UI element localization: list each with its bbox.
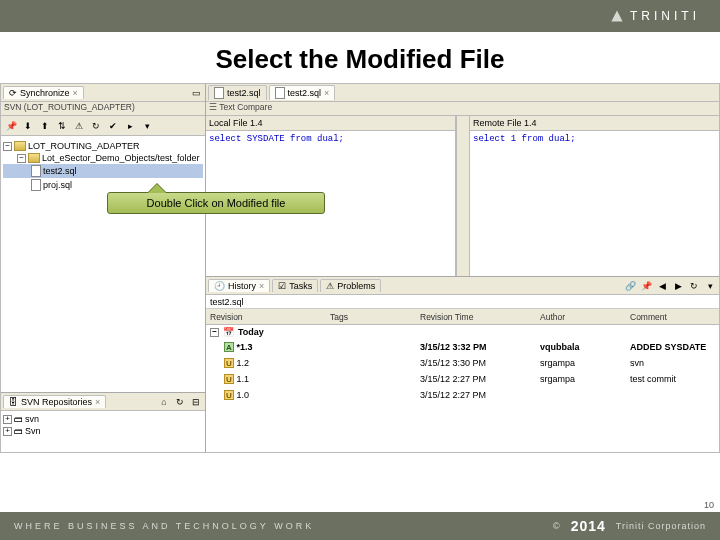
repos-tab-row: 🗄 SVN Repositories × ⌂ ↻ ⊟ <box>1 393 205 411</box>
tab-tasks-label: Tasks <box>289 281 312 291</box>
remote-pane: Remote File 1.4 select 1 from dual; <box>470 116 719 276</box>
project-icon <box>14 141 26 151</box>
ide-window: ⟳ Synchronize × ▭ SVN (LOT_ROUTING_ADAPT… <box>0 83 720 453</box>
footer-year: 2014 <box>571 518 606 534</box>
repo-item[interactable]: + 🗃 svn <box>3 413 203 425</box>
callout-double-click: Double Click on Modified file <box>107 192 325 214</box>
footer-corp: Triniti Corporation <box>616 521 706 531</box>
db-icon: 🗃 <box>14 414 23 424</box>
incoming-icon[interactable]: ⬇ <box>21 119 35 133</box>
twisty-plus-icon[interactable]: + <box>3 427 12 436</box>
pin-icon[interactable]: 📌 <box>639 279 653 293</box>
tree-file1-label: test2.sql <box>43 166 77 176</box>
twisty-minus-icon[interactable]: − <box>210 328 219 337</box>
history-group-today[interactable]: − 📅 Today <box>206 325 719 339</box>
collapse-all-icon[interactable]: ⊟ <box>189 395 203 409</box>
callout-text: Double Click on Modified file <box>147 197 286 209</box>
repo-item2-label: Svn <box>25 426 41 436</box>
tab-problems-label: Problems <box>337 281 375 291</box>
conflicts-icon[interactable]: ⚠ <box>72 119 86 133</box>
compare-gutter <box>456 116 470 276</box>
sync-tab-row: ⟳ Synchronize × ▭ <box>1 84 205 102</box>
minimize-icon[interactable]: ▭ <box>189 86 203 100</box>
expand-icon[interactable]: ▸ <box>123 119 137 133</box>
view-menu-icons: ▭ <box>189 86 203 100</box>
close-icon[interactable]: × <box>259 281 264 291</box>
compare-title: ☰ Text Compare <box>206 102 719 116</box>
tree-root[interactable]: − LOT_ROUTING_ADAPTER <box>3 140 203 152</box>
tree-root-label: LOT_ROUTING_ADAPTER <box>28 141 140 151</box>
tab-editor2-label: test2.sql <box>288 88 322 98</box>
file-icon <box>31 165 41 177</box>
nav-fwd-icon[interactable]: ▶ <box>671 279 685 293</box>
history-icon: 🕘 <box>214 281 225 291</box>
refresh-icon[interactable]: ↻ <box>687 279 701 293</box>
triangle-icon <box>610 9 624 23</box>
compare-title-label: Text Compare <box>219 102 272 112</box>
tree-file2-label: proj.sql <box>43 180 72 190</box>
repos-pane: 🗄 SVN Repositories × ⌂ ↻ ⊟ + 🗃 svn + <box>1 392 205 452</box>
close-icon[interactable]: × <box>95 397 100 407</box>
tree-file[interactable]: proj.sql <box>3 178 203 192</box>
history-header: Revision Tags Revision Time Author Comme… <box>206 309 719 325</box>
calendar-icon: 📅 <box>223 327 234 337</box>
update-icon[interactable]: ↻ <box>89 119 103 133</box>
compare-icon: ☰ <box>209 102 217 112</box>
remote-sql-text[interactable]: select 1 from dual; <box>470 131 719 276</box>
commit-icon[interactable]: ✔ <box>106 119 120 133</box>
col-author[interactable]: Author <box>536 312 626 322</box>
home-icon[interactable]: ⌂ <box>157 395 171 409</box>
refresh-icon[interactable]: ↻ <box>173 395 187 409</box>
both-icon[interactable]: ⇅ <box>55 119 69 133</box>
brand-band: TRINITI <box>0 0 720 32</box>
tab-svn-repositories[interactable]: 🗄 SVN Repositories × <box>3 395 106 408</box>
close-icon[interactable]: × <box>73 88 78 98</box>
history-row[interactable]: A *1.33/15/12 3:32 PMvqubbalaADDED SYSDA… <box>206 339 719 355</box>
svg-marker-0 <box>611 10 622 21</box>
collapse-icon[interactable]: ▾ <box>140 119 154 133</box>
tasks-icon: ☑ <box>278 281 286 291</box>
tab-synchronize[interactable]: ⟳ Synchronize × <box>3 86 84 99</box>
slide-title: Select the Modified File <box>0 32 720 83</box>
repo-item[interactable]: + 🗃 Svn <box>3 425 203 437</box>
col-time[interactable]: Revision Time <box>416 312 536 322</box>
tree-file-modified[interactable]: test2.sql <box>3 164 203 178</box>
history-row[interactable]: U 1.23/15/12 3:30 PMsrgampasvn <box>206 355 719 371</box>
footer-band: WHERE BUSINESS AND TECHNOLOGY WORK © 201… <box>0 512 720 540</box>
history-row[interactable]: U 1.13/15/12 2:27 PMsrgampatest commit <box>206 371 719 387</box>
history-table: Revision Tags Revision Time Author Comme… <box>206 309 719 452</box>
nav-back-icon[interactable]: ◀ <box>655 279 669 293</box>
twisty-minus-icon[interactable]: − <box>3 142 12 151</box>
footer-tagline: WHERE BUSINESS AND TECHNOLOGY WORK <box>14 521 314 531</box>
rev-status-icon: A <box>224 342 234 352</box>
history-row[interactable]: U 1.03/15/12 2:27 PM <box>206 387 719 403</box>
col-tags[interactable]: Tags <box>326 312 416 322</box>
folder-icon <box>28 153 40 163</box>
tab-synchronize-label: Synchronize <box>20 88 70 98</box>
history-pane: 🕘 History × ☑ Tasks ⚠ Problems 🔗 📌 ◀ ▶ <box>206 276 719 452</box>
rev-status-icon: U <box>224 390 234 400</box>
tab-editor-1[interactable]: test2.sql <box>208 85 267 100</box>
col-comment[interactable]: Comment <box>626 312 719 322</box>
history-group-label: Today <box>238 327 264 337</box>
tab-history[interactable]: 🕘 History × <box>208 279 270 292</box>
tab-editor-2[interactable]: test2.sql × <box>269 85 336 100</box>
tree-folder-label: Lot_eSector_Demo_Objects/test_folder <box>42 153 200 163</box>
tree-folder[interactable]: − Lot_eSector_Demo_Objects/test_folder <box>3 152 203 164</box>
tab-tasks[interactable]: ☑ Tasks <box>272 279 318 292</box>
tab-svn-repos-label: SVN Repositories <box>21 397 92 407</box>
col-revision[interactable]: Revision <box>206 312 326 322</box>
copyright-icon: © <box>553 521 561 531</box>
twisty-plus-icon[interactable]: + <box>3 415 12 424</box>
tab-problems[interactable]: ⚠ Problems <box>320 279 381 292</box>
page-number: 10 <box>704 500 714 510</box>
sync-tree: − LOT_ROUTING_ADAPTER − Lot_eSector_Demo… <box>1 136 205 392</box>
local-pane-title: Local File 1.4 <box>206 116 455 131</box>
link-editor-icon[interactable]: 🔗 <box>623 279 637 293</box>
close-icon[interactable]: × <box>324 88 329 98</box>
pin-icon[interactable]: 📌 <box>4 119 18 133</box>
mode-icon[interactable]: ▾ <box>703 279 717 293</box>
history-file-label: test2.sql <box>206 295 719 309</box>
outgoing-icon[interactable]: ⬆ <box>38 119 52 133</box>
twisty-minus-icon[interactable]: − <box>17 154 26 163</box>
